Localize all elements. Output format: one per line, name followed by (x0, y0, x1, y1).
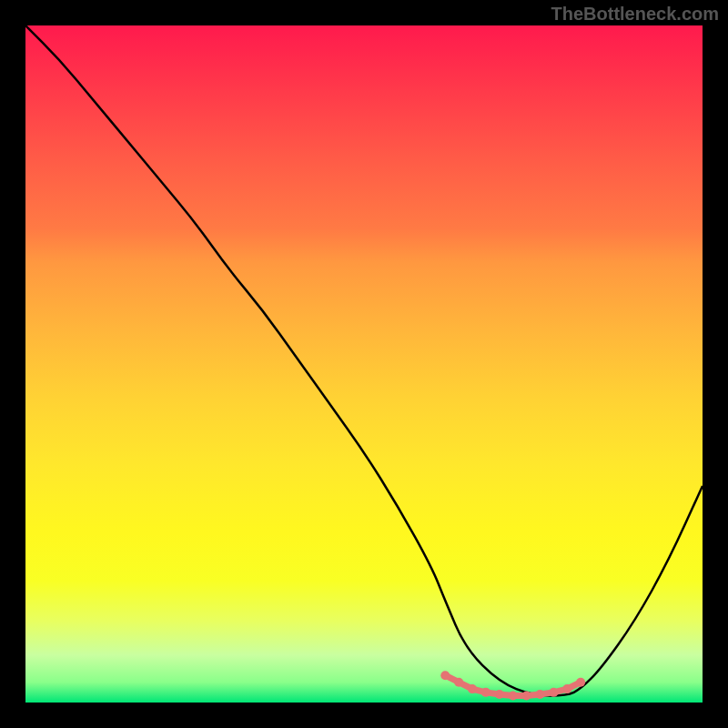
plot-area (25, 25, 703, 703)
watermark-text: TheBottleneck.com (551, 4, 719, 25)
optimal-marker-segment (567, 682, 581, 689)
chart-svg (25, 25, 703, 703)
series-group (25, 25, 703, 701)
bottleneck-curve (25, 25, 703, 696)
chart-container: TheBottleneck.com (0, 0, 728, 728)
